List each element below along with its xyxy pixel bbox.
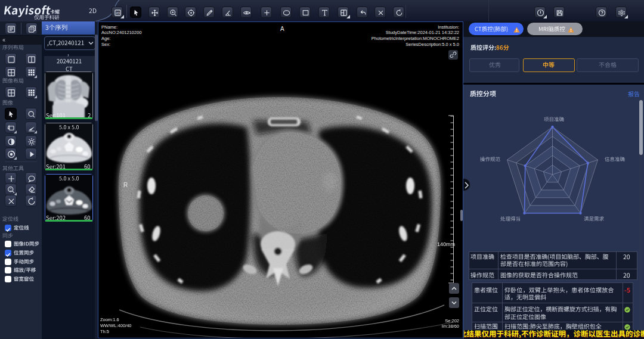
svg-text:2D: 2D	[115, 11, 119, 15]
